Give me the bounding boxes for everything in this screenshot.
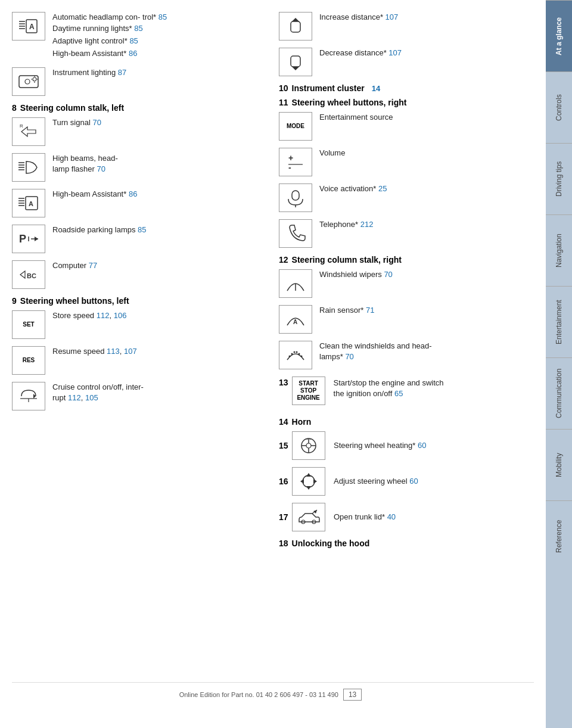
sub-daytime: Daytime running lights* 85 [52, 23, 167, 35]
mode-text: MODE [287, 123, 304, 130]
section-12-header: 12 Steering column stalk, right [279, 255, 534, 265]
cruise-control-text: Cruise control on/off, inter- rupt 112, … [52, 382, 144, 403]
entry-resume-speed: RES Resume speed 113, 107 [12, 346, 267, 375]
sub-high-beam-asst: High-beam Assistant* 86 [52, 48, 167, 60]
roadside-parking-icon: P [12, 225, 45, 253]
entry-high-beam-assistant: A High-beam Assistant* 86 [12, 189, 267, 217]
headlamp-label: Automatic headlamp con- trol* 85 [52, 12, 167, 23]
svg-point-7 [25, 79, 30, 84]
resume-speed-icon: RES [12, 346, 45, 375]
svg-point-45 [289, 356, 291, 357]
entry-roadside-parking: P Roadside parking lamps 85 [12, 225, 267, 253]
sidebar-tab-reference[interactable]: Reference [546, 500, 572, 572]
clean-windshields-text: Clean the windshields and head- lamps* 7… [319, 341, 432, 362]
volume-text: Volume [319, 148, 345, 158]
cruise-control-icon [12, 382, 45, 410]
section-14-header: 14 Horn [279, 417, 534, 427]
sidebar-tab-at-a-glance[interactable]: At a glance [546, 0, 572, 71]
svg-point-52 [306, 443, 311, 448]
open-trunk-icon [292, 503, 325, 531]
sub-adaptive: Adaptive light control* 85 [52, 35, 167, 48]
headlamp-control-text: Automatic headlamp con- trol* 85 Daytime… [52, 12, 167, 60]
turn-signal-icon: R [12, 117, 45, 146]
svg-text:A: A [29, 23, 35, 31]
entry-high-beams: High beams, head- lamp flasher 70 [12, 153, 267, 182]
computer-text: Computer 77 [52, 260, 97, 271]
section-18-header: 18 Unlocking the hood [279, 539, 534, 548]
windshield-wipers-text: Windshield wipers 70 [319, 269, 393, 280]
svg-marker-59 [306, 486, 311, 490]
svg-marker-29 [20, 271, 25, 278]
svg-text:+: + [288, 153, 293, 163]
entry-turn-signal: R Turn signal 70 [12, 117, 267, 146]
svg-rect-36 [291, 56, 300, 67]
section-8-header: 8 Steering column stalk, left [12, 103, 267, 113]
entry-entertainment-source: MODE Entertainment source [279, 112, 534, 141]
sidebar-tab-mobility[interactable]: Mobility [546, 429, 572, 500]
entertainment-source-icon: MODE [279, 112, 312, 141]
entry-headlamp-control: A Automatic headlamp con- trol* 85 Dayti… [12, 12, 267, 60]
headlamp-control-icon: A [12, 12, 45, 41]
turn-signal-text: Turn signal 70 [52, 117, 101, 128]
voice-activation-text: Voice activation* 25 [319, 183, 387, 194]
volume-icon: + - [279, 148, 312, 176]
roadside-parking-text: Roadside parking lamps 85 [52, 225, 147, 235]
svg-text:A: A [293, 319, 297, 325]
footer: Online Edition for Part no. 01 40 2 606 … [12, 682, 534, 704]
telephone-icon [279, 219, 312, 248]
high-beams-icon [12, 153, 45, 182]
sidebar-tab-navigation[interactable]: Navigation [546, 214, 572, 286]
svg-marker-58 [306, 473, 311, 477]
page-number: 13 [343, 689, 362, 701]
svg-text:A: A [29, 200, 33, 207]
svg-text:BC: BC [27, 272, 36, 279]
svg-point-46 [291, 353, 293, 355]
svg-point-47 [294, 351, 296, 353]
svg-point-49 [299, 353, 300, 355]
svg-text:-: - [288, 163, 291, 172]
entry-section-16: 16 Adjust [279, 467, 534, 496]
svg-point-57 [303, 475, 315, 487]
increase-distance-icon [279, 12, 312, 41]
adjust-steering-icon [292, 467, 325, 496]
sidebar-tab-driving-tips[interactable]: Driving tips [546, 143, 572, 214]
clean-windshields-icon [279, 341, 312, 369]
voice-activation-icon [279, 183, 312, 212]
resume-speed-text: Resume speed 113, 107 [52, 346, 137, 357]
svg-marker-37 [292, 67, 299, 70]
svg-marker-60 [300, 479, 304, 484]
decrease-distance-icon [279, 48, 312, 76]
entry-computer: BC Computer 77 [12, 260, 267, 289]
sidebar-tab-entertainment[interactable]: Entertainment [546, 286, 572, 357]
entry-decrease-distance: Decrease distance* 107 [279, 48, 534, 76]
instrument-lighting-text: Instrument lighting 87 [52, 67, 126, 78]
svg-marker-13 [21, 127, 36, 136]
entry-section-17: 17 Open t [279, 503, 534, 531]
entry-increase-distance: Increase distance* 107 [279, 12, 534, 41]
sidebar-tab-controls[interactable]: Controls [546, 71, 572, 143]
set-text: SET [23, 321, 34, 328]
svg-text:P: P [19, 233, 26, 245]
entry-store-speed: SET Store speed 112, 106 [12, 310, 267, 339]
instrument-lighting-icon [12, 67, 45, 96]
svg-rect-41 [292, 191, 299, 200]
res-text: RES [23, 357, 35, 364]
rain-sensor-icon: A [279, 305, 312, 334]
sidebar-tab-communication[interactable]: Communication [546, 357, 572, 429]
svg-text:R: R [20, 123, 23, 129]
decrease-distance-text: Decrease distance* 107 [319, 48, 402, 58]
high-beams-text: High beams, head- lamp flasher 70 [52, 153, 118, 175]
svg-point-50 [301, 356, 303, 357]
entry-windshield-wipers: Windshield wipers 70 [279, 269, 534, 298]
start-stop-icon: STARTSTOPENGINE [292, 377, 325, 405]
high-beam-assistant-icon: A [12, 189, 45, 217]
computer-icon: BC [12, 260, 45, 289]
entry-voice-activation: Voice activation* 25 [279, 183, 534, 212]
entry-telephone: Telephone* 212 [279, 219, 534, 248]
high-beam-assistant-text: High-beam Assistant* 86 [52, 189, 137, 200]
store-speed-text: Store speed 112, 106 [52, 310, 126, 321]
entry-section-13: 13 STARTSTOPENGINE Start/stop the engine… [279, 377, 534, 410]
telephone-text: Telephone* 212 [319, 219, 373, 230]
section-10-header: 10 Instrument cluster 14 [279, 83, 534, 93]
section-11-header: 11 Steering wheel buttons, right [279, 98, 534, 107]
